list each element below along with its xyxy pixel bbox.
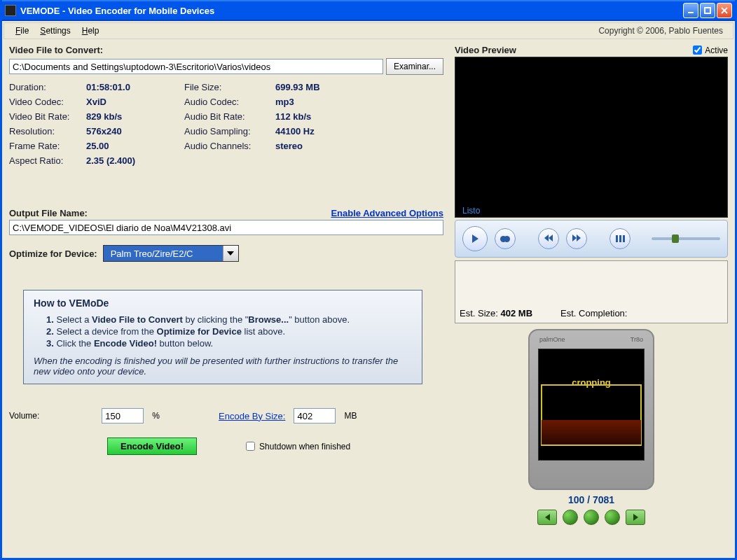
device-mockup: palmOne Tr8o cropping bbox=[528, 329, 654, 490]
browse-button[interactable]: Examinar... bbox=[386, 58, 443, 75]
encode-by-size-unit: MB bbox=[344, 411, 357, 421]
est-completion-label: Est. Completion: bbox=[560, 308, 627, 318]
encode-video-button[interactable]: Encode Video! bbox=[107, 438, 197, 455]
fastforward-button[interactable] bbox=[566, 228, 587, 249]
shutdown-checkbox-label[interactable]: Shutdown when finished bbox=[246, 442, 350, 451]
asampling-value: 44100 Hz bbox=[275, 126, 373, 136]
menu-file[interactable]: File bbox=[10, 24, 34, 37]
preview-status: Listo bbox=[462, 206, 480, 216]
est-size-label: Est. Size: bbox=[460, 308, 498, 318]
abitrate-value: 112 kb/s bbox=[275, 111, 373, 122]
encode-by-size-label[interactable]: Encode By Size: bbox=[219, 411, 285, 421]
crop-orb-2[interactable] bbox=[584, 510, 599, 525]
framerate-label: Frame Rate: bbox=[9, 141, 86, 151]
volume-button[interactable] bbox=[609, 228, 631, 249]
resolution-value: 576x240 bbox=[86, 126, 184, 136]
encode-progress: 100 / 7081 bbox=[568, 494, 614, 505]
crop-orb-3[interactable] bbox=[605, 510, 620, 525]
encode-by-size-input[interactable] bbox=[294, 408, 336, 424]
minimize-button[interactable] bbox=[683, 3, 698, 18]
aspectratio-label: Aspect Ratio: bbox=[9, 155, 86, 166]
aspectratio-value: 2.35 (2.400) bbox=[86, 155, 184, 166]
rewind-button[interactable] bbox=[538, 228, 559, 249]
howto-title: How to VEMoDe bbox=[34, 298, 412, 309]
vbitrate-value: 829 kb/s bbox=[86, 111, 184, 122]
output-label: Output File Name: bbox=[9, 208, 88, 218]
device-brand: palmOne bbox=[539, 336, 565, 343]
copyright-text: Copyright © 2006, Pablo Fuentes bbox=[598, 26, 727, 36]
window-title: VEMODE - Video Encoder for Mobile Device… bbox=[20, 6, 683, 16]
optimize-selected-value: Palm Treo/Zire/E2/C bbox=[104, 246, 223, 261]
active-checkbox[interactable] bbox=[693, 46, 702, 55]
filesize-value: 699.93 MB bbox=[275, 82, 373, 92]
device-screen: cropping bbox=[538, 349, 645, 461]
volume-unit: % bbox=[152, 411, 160, 421]
menu-help[interactable]: Help bbox=[76, 24, 105, 37]
optimize-device-select[interactable]: Palm Treo/Zire/E2/C bbox=[103, 245, 239, 262]
dropdown-arrow-icon[interactable] bbox=[223, 246, 238, 261]
device-model: Tr8o bbox=[631, 336, 643, 343]
app-icon bbox=[5, 5, 16, 16]
volume-slider[interactable] bbox=[652, 237, 720, 240]
duration-value: 01:58:01.0 bbox=[86, 82, 184, 92]
titlebar: VEMODE - Video Encoder for Mobile Device… bbox=[2, 0, 735, 21]
framerate-value: 25.00 bbox=[86, 141, 184, 151]
next-frame-button[interactable] bbox=[626, 510, 645, 525]
menubar: File Settings Help Copyright © 2006, Pab… bbox=[4, 22, 733, 39]
prev-frame-button[interactable] bbox=[537, 510, 557, 525]
howto-note: When the encoding is finished you will b… bbox=[34, 356, 412, 377]
player-controls bbox=[455, 220, 728, 258]
output-path-field[interactable] bbox=[9, 220, 443, 235]
active-checkbox-label[interactable]: Active bbox=[693, 46, 728, 55]
vcodec-label: Video Codec: bbox=[9, 97, 86, 107]
shutdown-checkbox[interactable] bbox=[246, 442, 255, 451]
acodec-value: mp3 bbox=[275, 97, 373, 107]
play-button[interactable] bbox=[462, 226, 488, 251]
abitrate-label: Audio Bit Rate: bbox=[184, 111, 275, 122]
advanced-options-link[interactable]: Enable Advanced Options bbox=[331, 208, 443, 218]
acodec-label: Audio Codec: bbox=[184, 97, 275, 107]
howto-step-3: 3. Click the Encode Video! button below. bbox=[46, 338, 412, 349]
achannels-label: Audio Channels: bbox=[184, 141, 275, 151]
howto-step-2: 2. Select a device from the Optimize for… bbox=[46, 326, 412, 337]
preview-label: Video Preview bbox=[455, 45, 516, 55]
filesize-label: File Size: bbox=[184, 82, 275, 92]
resolution-label: Resolution: bbox=[9, 126, 86, 136]
est-size-value: 402 MB bbox=[501, 308, 533, 318]
input-section-label: Video File to Convert: bbox=[9, 45, 443, 55]
howto-step-1: 1. Select a Video File to Convert by cli… bbox=[46, 314, 412, 325]
video-preview: Listo bbox=[455, 57, 728, 218]
estimate-panel: Est. Size: 402 MB Est. Completion: bbox=[455, 260, 728, 323]
crop-orb-1[interactable] bbox=[563, 510, 578, 525]
duration-label: Duration: bbox=[9, 82, 86, 92]
svg-rect-1 bbox=[705, 8, 710, 13]
volume-label: Volume: bbox=[9, 411, 39, 421]
close-button[interactable] bbox=[717, 3, 732, 18]
achannels-value: stereo bbox=[275, 141, 373, 151]
menu-settings[interactable]: Settings bbox=[34, 24, 76, 37]
input-path-field[interactable] bbox=[9, 59, 383, 74]
optimize-label: Optimize for Device: bbox=[9, 248, 97, 259]
vbitrate-label: Video Bit Rate: bbox=[9, 111, 86, 122]
asampling-label: Audio Sampling: bbox=[184, 126, 275, 136]
stop-button[interactable] bbox=[495, 228, 516, 249]
howto-panel: How to VEMoDe 1. Select a Video File to … bbox=[23, 290, 422, 384]
vcodec-value: XviD bbox=[86, 97, 184, 107]
maximize-button[interactable] bbox=[700, 3, 715, 18]
volume-input[interactable] bbox=[102, 408, 144, 424]
